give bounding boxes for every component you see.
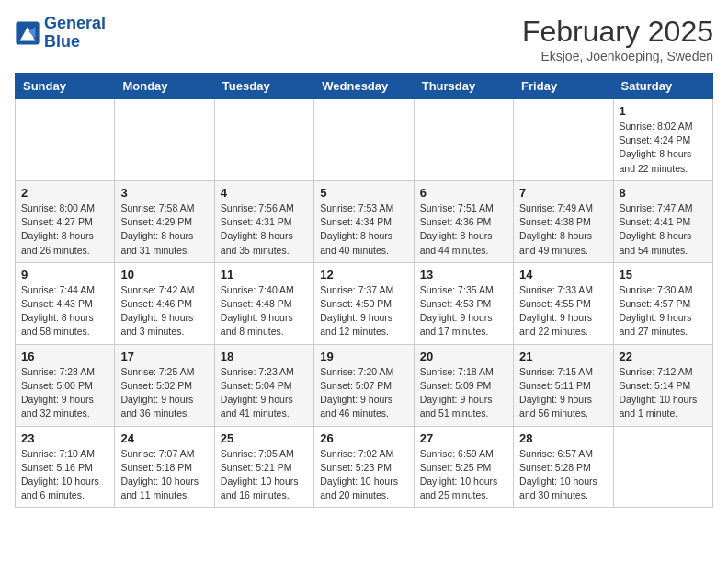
calendar-cell	[414, 99, 513, 181]
day-info: Sunrise: 6:57 AM Sunset: 5:28 PM Dayligh…	[519, 447, 607, 503]
calendar-cell: 5Sunrise: 7:53 AM Sunset: 4:34 PM Daylig…	[314, 180, 414, 262]
title-area: February 2025 Eksjoe, Joenkoeping, Swede…	[522, 15, 713, 63]
day-info: Sunrise: 7:02 AM Sunset: 5:23 PM Dayligh…	[320, 447, 407, 503]
day-number: 11	[221, 268, 308, 282]
calendar-table: SundayMondayTuesdayWednesdayThursdayFrid…	[15, 73, 713, 508]
day-number: 3	[120, 186, 208, 200]
day-info: Sunrise: 8:00 AM Sunset: 4:27 PM Dayligh…	[21, 201, 108, 258]
day-info: Sunrise: 7:25 AM Sunset: 5:02 PM Dayligh…	[120, 365, 208, 421]
day-number: 25	[221, 431, 308, 445]
day-info: Sunrise: 7:40 AM Sunset: 4:48 PM Dayligh…	[221, 283, 308, 339]
week-row-2: 2Sunrise: 8:00 AM Sunset: 4:27 PM Daylig…	[16, 180, 713, 262]
day-info: Sunrise: 7:23 AM Sunset: 5:04 PM Dayligh…	[221, 365, 308, 421]
calendar-cell: 27Sunrise: 6:59 AM Sunset: 5:25 PM Dayli…	[414, 426, 513, 508]
calendar-cell: 24Sunrise: 7:07 AM Sunset: 5:18 PM Dayli…	[115, 426, 214, 508]
day-info: Sunrise: 8:02 AM Sunset: 4:24 PM Dayligh…	[620, 120, 707, 176]
day-info: Sunrise: 7:58 AM Sunset: 4:29 PM Dayligh…	[120, 201, 208, 258]
weekday-header-friday: Friday	[514, 74, 613, 99]
calendar-cell: 16Sunrise: 7:28 AM Sunset: 5:00 PM Dayli…	[16, 344, 115, 426]
day-number: 13	[420, 268, 507, 282]
day-number: 8	[620, 186, 707, 200]
day-number: 9	[21, 268, 108, 282]
day-info: Sunrise: 7:37 AM Sunset: 4:50 PM Dayligh…	[320, 283, 407, 339]
calendar-cell: 18Sunrise: 7:23 AM Sunset: 5:04 PM Dayli…	[214, 344, 313, 426]
calendar-cell: 13Sunrise: 7:35 AM Sunset: 4:53 PM Dayli…	[414, 262, 513, 344]
calendar-cell: 4Sunrise: 7:56 AM Sunset: 4:31 PM Daylig…	[214, 180, 313, 262]
calendar-cell: 2Sunrise: 8:00 AM Sunset: 4:27 PM Daylig…	[16, 180, 115, 262]
day-number: 26	[320, 431, 407, 445]
day-number: 28	[519, 431, 607, 445]
header: General Blue February 2025 Eksjoe, Joenk…	[15, 15, 713, 63]
week-row-3: 9Sunrise: 7:44 AM Sunset: 4:43 PM Daylig…	[16, 262, 713, 344]
day-number: 4	[221, 186, 308, 200]
weekday-header-thursday: Thursday	[414, 74, 513, 99]
day-number: 2	[21, 186, 108, 200]
day-number: 6	[420, 186, 507, 200]
day-info: Sunrise: 7:05 AM Sunset: 5:21 PM Dayligh…	[221, 447, 308, 503]
calendar-cell: 7Sunrise: 7:49 AM Sunset: 4:38 PM Daylig…	[514, 180, 613, 262]
day-number: 22	[620, 350, 707, 363]
week-row-4: 16Sunrise: 7:28 AM Sunset: 5:00 PM Dayli…	[16, 344, 713, 426]
calendar-cell: 21Sunrise: 7:15 AM Sunset: 5:11 PM Dayli…	[514, 344, 613, 426]
calendar-cell: 8Sunrise: 7:47 AM Sunset: 4:41 PM Daylig…	[613, 180, 712, 262]
day-info: Sunrise: 7:12 AM Sunset: 5:14 PM Dayligh…	[620, 365, 707, 421]
weekday-header-wednesday: Wednesday	[314, 74, 414, 99]
calendar-cell: 14Sunrise: 7:33 AM Sunset: 4:55 PM Dayli…	[514, 262, 613, 344]
day-info: Sunrise: 7:33 AM Sunset: 4:55 PM Dayligh…	[519, 283, 607, 339]
logo-icon	[15, 20, 40, 46]
day-number: 5	[320, 186, 407, 200]
logo-text: General Blue	[44, 15, 106, 52]
day-number: 19	[320, 350, 407, 363]
calendar-cell	[115, 99, 214, 181]
weekday-header-row: SundayMondayTuesdayWednesdayThursdayFrid…	[16, 74, 713, 99]
calendar-cell	[613, 426, 712, 508]
day-info: Sunrise: 7:10 AM Sunset: 5:16 PM Dayligh…	[21, 447, 108, 503]
weekday-header-monday: Monday	[115, 74, 214, 99]
day-info: Sunrise: 7:47 AM Sunset: 4:41 PM Dayligh…	[620, 201, 707, 258]
day-info: Sunrise: 7:07 AM Sunset: 5:18 PM Dayligh…	[120, 447, 208, 503]
week-row-5: 23Sunrise: 7:10 AM Sunset: 5:16 PM Dayli…	[16, 426, 713, 508]
calendar-cell	[16, 99, 115, 181]
calendar-subtitle: Eksjoe, Joenkoeping, Sweden	[522, 49, 713, 63]
day-info: Sunrise: 7:35 AM Sunset: 4:53 PM Dayligh…	[420, 283, 507, 339]
calendar-cell: 12Sunrise: 7:37 AM Sunset: 4:50 PM Dayli…	[314, 262, 414, 344]
calendar-cell: 28Sunrise: 6:57 AM Sunset: 5:28 PM Dayli…	[514, 426, 613, 508]
day-number: 15	[620, 268, 707, 282]
day-info: Sunrise: 7:42 AM Sunset: 4:46 PM Dayligh…	[120, 283, 208, 339]
day-info: Sunrise: 7:18 AM Sunset: 5:09 PM Dayligh…	[420, 365, 507, 421]
calendar-cell: 23Sunrise: 7:10 AM Sunset: 5:16 PM Dayli…	[16, 426, 115, 508]
calendar-cell: 22Sunrise: 7:12 AM Sunset: 5:14 PM Dayli…	[613, 344, 712, 426]
day-number: 1	[620, 104, 707, 118]
day-info: Sunrise: 7:53 AM Sunset: 4:34 PM Dayligh…	[320, 201, 407, 258]
day-info: Sunrise: 7:49 AM Sunset: 4:38 PM Dayligh…	[519, 201, 607, 258]
day-info: Sunrise: 7:56 AM Sunset: 4:31 PM Dayligh…	[221, 201, 308, 258]
day-number: 24	[120, 431, 208, 445]
day-number: 27	[420, 431, 507, 445]
day-number: 7	[519, 186, 607, 200]
day-info: Sunrise: 7:44 AM Sunset: 4:43 PM Dayligh…	[21, 283, 108, 339]
day-number: 10	[120, 268, 208, 282]
day-info: Sunrise: 6:59 AM Sunset: 5:25 PM Dayligh…	[420, 447, 507, 503]
day-number: 12	[320, 268, 407, 282]
calendar-cell: 10Sunrise: 7:42 AM Sunset: 4:46 PM Dayli…	[115, 262, 214, 344]
calendar-cell: 26Sunrise: 7:02 AM Sunset: 5:23 PM Dayli…	[314, 426, 414, 508]
day-info: Sunrise: 7:51 AM Sunset: 4:36 PM Dayligh…	[420, 201, 507, 258]
week-row-1: 1Sunrise: 8:02 AM Sunset: 4:24 PM Daylig…	[16, 99, 713, 181]
calendar-cell: 25Sunrise: 7:05 AM Sunset: 5:21 PM Dayli…	[214, 426, 313, 508]
calendar-cell: 17Sunrise: 7:25 AM Sunset: 5:02 PM Dayli…	[115, 344, 214, 426]
calendar-cell	[514, 99, 613, 181]
day-number: 14	[519, 268, 607, 282]
day-number: 17	[120, 350, 208, 363]
weekday-header-tuesday: Tuesday	[214, 74, 313, 99]
weekday-header-sunday: Sunday	[16, 74, 115, 99]
day-number: 16	[21, 350, 108, 363]
day-number: 18	[221, 350, 308, 363]
calendar-cell: 20Sunrise: 7:18 AM Sunset: 5:09 PM Dayli…	[414, 344, 513, 426]
day-number: 20	[420, 350, 507, 363]
calendar-cell: 6Sunrise: 7:51 AM Sunset: 4:36 PM Daylig…	[414, 180, 513, 262]
calendar-cell	[314, 99, 414, 181]
day-info: Sunrise: 7:20 AM Sunset: 5:07 PM Dayligh…	[320, 365, 407, 421]
day-info: Sunrise: 7:28 AM Sunset: 5:00 PM Dayligh…	[21, 365, 108, 421]
logo: General Blue	[15, 15, 106, 52]
calendar-cell: 9Sunrise: 7:44 AM Sunset: 4:43 PM Daylig…	[16, 262, 115, 344]
